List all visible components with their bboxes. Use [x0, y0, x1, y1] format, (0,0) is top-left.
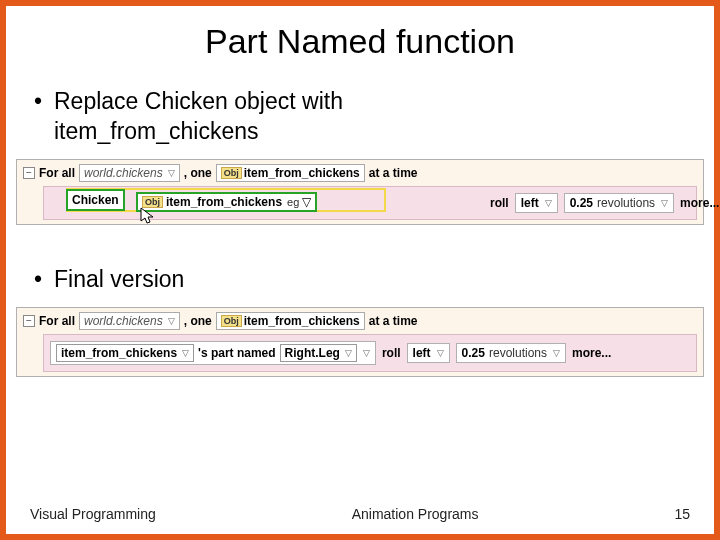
chicken-original-chip[interactable]: Chicken	[66, 189, 125, 211]
obj-badge: Obj	[221, 315, 242, 327]
bullet-1: Replace Chicken object with item_from_ch…	[34, 87, 714, 147]
dropdown-icon: ▽	[166, 316, 175, 326]
world-chickens-text: world.chickens	[84, 314, 163, 328]
left-chip-2[interactable]: left ▽	[407, 343, 450, 363]
rev-text: revolutions	[597, 196, 655, 210]
forall-block-2: − For all world.chickens ▽ , one Obj ite…	[16, 307, 704, 377]
parts-named-text: 's part named	[198, 346, 276, 360]
bullet-2: Final version	[34, 265, 714, 295]
world-chickens-text: world.chickens	[84, 166, 163, 180]
comma-one: , one	[184, 166, 212, 180]
forall-header-2: − For all world.chickens ▽ , one Obj ite…	[19, 310, 701, 332]
forall-label: For all	[39, 314, 75, 328]
method-row-1: Chicken Obj item_from_chickens eg ▽ xxxx…	[43, 186, 697, 220]
drag-item-text: item_from_chickens	[166, 195, 282, 209]
forall-label: For all	[39, 166, 75, 180]
subject-chip-2[interactable]: item_from_chickens ▽ 's part named Right…	[50, 341, 376, 365]
left-chip-1[interactable]: left ▽	[515, 193, 558, 213]
roll-label: roll	[382, 346, 401, 360]
left-text: left	[413, 346, 431, 360]
footer-left: Visual Programming	[30, 506, 156, 522]
dropdown-icon: ▽	[543, 198, 552, 208]
code-panel-1: − For all world.chickens ▽ , one Obj ite…	[16, 159, 704, 225]
rev-num: 0.25	[570, 196, 593, 210]
cursor-icon	[140, 207, 156, 225]
roll-group-2: roll left ▽ 0.25 revolutions ▽ more...	[382, 343, 611, 363]
collapse-icon[interactable]: −	[23, 315, 35, 327]
rightleg-subtoken: Right.Leg ▽	[280, 344, 357, 362]
forall-block-1: − For all world.chickens ▽ , one Obj ite…	[16, 159, 704, 225]
slide-footer: Visual Programming Animation Programs 15	[6, 506, 714, 522]
world-chickens-token[interactable]: world.chickens ▽	[79, 164, 180, 182]
dropdown-icon: ▽	[180, 348, 189, 358]
bullet-1-line2: item_from_chickens	[54, 118, 259, 144]
drag-item-chip[interactable]: Obj item_from_chickens eg ▽	[136, 192, 317, 212]
more-link-1[interactable]: more...	[680, 196, 719, 210]
at-a-time: at a time	[369, 314, 418, 328]
bullet-1-line1: Replace Chicken object with	[54, 88, 343, 114]
world-chickens-token-2[interactable]: world.chickens ▽	[79, 312, 180, 330]
collapse-icon[interactable]: −	[23, 167, 35, 179]
forall-header-1: − For all world.chickens ▽ , one Obj ite…	[19, 162, 701, 184]
slide-frame: Part Named function Replace Chicken obje…	[0, 0, 720, 540]
item-subtoken: item_from_chickens ▽	[56, 344, 194, 362]
obj-pill: Obj item_from_chickens	[221, 314, 360, 328]
method-row-2: item_from_chickens ▽ 's part named Right…	[43, 334, 697, 372]
rev-num: 0.25	[462, 346, 485, 360]
footer-page-number: 15	[674, 506, 690, 522]
more-link-2[interactable]: more...	[572, 346, 611, 360]
slide-title: Part Named function	[6, 22, 714, 61]
bullet-list-2: Final version	[34, 265, 714, 295]
obj-pill: Obj item_from_chickens	[221, 166, 360, 180]
rev-chip-1[interactable]: 0.25 revolutions ▽	[564, 193, 674, 213]
comma-one: , one	[184, 314, 212, 328]
rev-text: revolutions	[489, 346, 547, 360]
drag-eg-suffix: eg	[285, 196, 299, 208]
dropdown-icon-outer: ▽	[361, 348, 370, 358]
item-text: item_from_chickens	[244, 314, 360, 328]
item-text: item_from_chickens	[244, 166, 360, 180]
dropdown-icon-drag: ▽	[302, 195, 311, 209]
obj-badge: Obj	[221, 167, 242, 179]
footer-center: Animation Programs	[352, 506, 479, 522]
at-a-time: at a time	[369, 166, 418, 180]
item-token-header-2[interactable]: Obj item_from_chickens	[216, 312, 365, 330]
dropdown-icon: ▽	[435, 348, 444, 358]
code-panel-2: − For all world.chickens ▽ , one Obj ite…	[16, 307, 704, 377]
left-text: left	[521, 196, 539, 210]
item-subtoken-text: item_from_chickens	[61, 346, 177, 360]
dropdown-icon: ▽	[551, 348, 560, 358]
rightleg-text: Right.Leg	[285, 346, 340, 360]
item-token-header-1[interactable]: Obj item_from_chickens	[216, 164, 365, 182]
rev-chip-2[interactable]: 0.25 revolutions ▽	[456, 343, 566, 363]
dropdown-icon: ▽	[166, 168, 175, 178]
roll-group-1: roll left ▽ 0.25 revolutions ▽ more...	[490, 193, 719, 213]
dropdown-icon: ▽	[659, 198, 668, 208]
bullet-list-1: Replace Chicken object with item_from_ch…	[34, 87, 714, 147]
dropdown-icon: ▽	[343, 348, 352, 358]
roll-label: roll	[490, 196, 509, 210]
